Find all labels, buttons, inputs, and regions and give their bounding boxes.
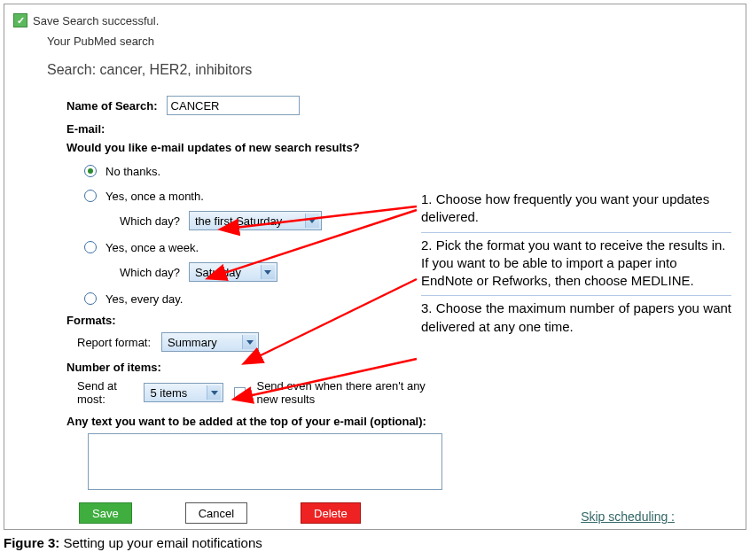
chevron-down-icon xyxy=(305,214,319,228)
send-at-most-value: 5 items xyxy=(150,386,187,400)
extra-text-textarea[interactable] xyxy=(88,433,442,490)
send-even-empty-checkbox[interactable] xyxy=(234,387,246,399)
extra-text-label: Any text you want to be added at the top… xyxy=(66,415,439,428)
annotation-1: 1. Choose how frequently you want your u… xyxy=(421,191,731,227)
items-heading: Number of items: xyxy=(66,361,439,374)
which-day-month-label: Which day? xyxy=(120,214,180,228)
status-text: Save Search successful. xyxy=(33,14,159,27)
check-icon: ✓ xyxy=(13,13,27,27)
save-button[interactable]: Save xyxy=(79,502,132,524)
formats-heading: Formats: xyxy=(66,314,439,327)
report-format-select[interactable]: Summary xyxy=(161,332,259,352)
which-day-month-row: Which day? the first Saturday xyxy=(120,211,439,230)
figure-caption: Figure 3: Setting up your email notifica… xyxy=(4,535,746,550)
radio-no-thanks[interactable] xyxy=(84,165,97,177)
radio-once-month-label: Yes, once a month. xyxy=(105,190,204,203)
form-panel: ✓ Save Search successful. Your PubMed se… xyxy=(4,4,746,530)
which-day-week-value: Saturday xyxy=(195,266,241,279)
formats-row: Report format: Summary xyxy=(77,332,439,352)
figure-caption-text: Setting up your email notifications xyxy=(59,535,262,550)
which-day-week-select[interactable]: Saturday xyxy=(189,262,277,282)
frequency-radio-group: No thanks. Yes, once a month. Which day?… xyxy=(84,161,439,308)
radio-every-day-label: Yes, every day. xyxy=(105,292,183,306)
which-day-week-label: Which day? xyxy=(120,266,180,279)
figure-label: Figure 3: xyxy=(4,535,59,550)
radio-no-thanks-row[interactable]: No thanks. xyxy=(84,161,439,181)
annotation-area: 1. Choose how frequently you want your u… xyxy=(421,191,731,341)
name-of-search-row: Name of Search: xyxy=(66,96,439,115)
radio-every-day-row[interactable]: Yes, every day. xyxy=(84,289,439,308)
which-day-month-value: the first Saturday xyxy=(195,214,282,228)
which-day-week-row: Which day? Saturday xyxy=(120,262,439,282)
radio-once-month[interactable] xyxy=(84,190,97,202)
chevron-down-icon xyxy=(207,385,221,400)
chevron-down-icon xyxy=(261,265,275,279)
radio-once-week[interactable] xyxy=(84,241,97,253)
radio-once-week-label: Yes, once a week. xyxy=(105,241,199,254)
report-format-value: Summary xyxy=(168,336,217,349)
send-at-most-select[interactable]: 5 items xyxy=(144,383,223,402)
radio-every-day[interactable] xyxy=(84,292,97,305)
your-search-heading: Your PubMed search xyxy=(47,35,737,48)
radio-once-month-row[interactable]: Yes, once a month. xyxy=(84,186,439,206)
annotation-2: 2. Pick the format you want to receive t… xyxy=(421,232,731,291)
name-of-search-input[interactable] xyxy=(167,96,300,115)
send-at-most-label: Send at most: xyxy=(77,379,133,406)
status-row: ✓ Save Search successful. xyxy=(13,13,737,27)
delete-button[interactable]: Delete xyxy=(301,502,361,524)
skip-scheduling-link[interactable]: Skip scheduling : xyxy=(581,509,675,524)
radio-no-thanks-label: No thanks. xyxy=(105,165,160,178)
search-terms: Search: cancer, HER2, inhibitors xyxy=(47,62,737,78)
chevron-down-icon xyxy=(242,335,256,349)
report-format-label: Report format: xyxy=(77,336,151,349)
cancel-button[interactable]: Cancel xyxy=(185,502,247,524)
items-row: Send at most: 5 items Send even when the… xyxy=(77,379,439,406)
send-even-empty-label: Send even when there aren't any new resu… xyxy=(256,379,439,406)
which-day-month-select[interactable]: the first Saturday xyxy=(189,211,322,230)
form-area: Name of Search: E-mail: Would you like e… xyxy=(66,96,439,524)
name-of-search-label: Name of Search: xyxy=(66,99,158,113)
radio-once-week-row[interactable]: Yes, once a week. xyxy=(84,237,439,257)
update-question: Would you like e-mail updates of new sea… xyxy=(66,141,439,154)
email-label: E-mail: xyxy=(66,122,439,136)
annotation-3: 3. Choose the maximum number of papers y… xyxy=(421,295,731,336)
button-row: Save Cancel Delete xyxy=(79,502,439,524)
